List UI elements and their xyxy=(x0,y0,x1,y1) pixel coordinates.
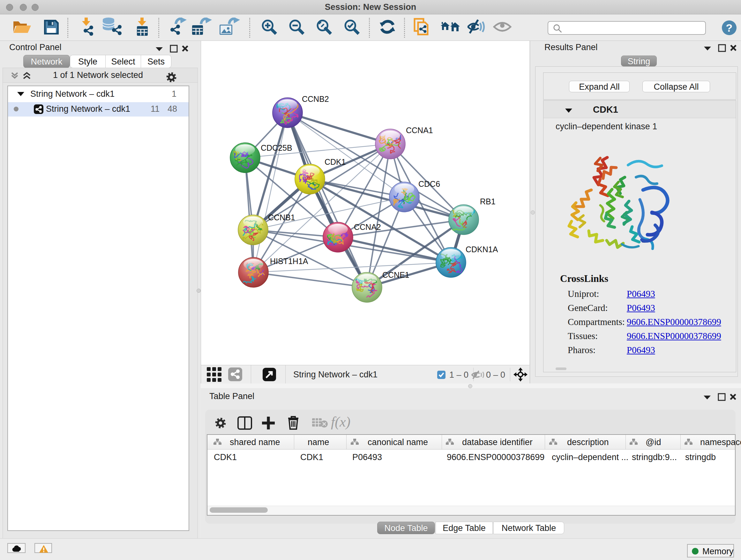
svg-text:RB1: RB1 xyxy=(480,197,495,206)
svg-text:CDC25B: CDC25B xyxy=(261,143,292,152)
svg-text:CCNE1: CCNE1 xyxy=(382,270,409,279)
svg-text:CDC6: CDC6 xyxy=(418,179,440,188)
svg-text:CCNB2: CCNB2 xyxy=(302,95,329,104)
svg-text:CCNA1: CCNA1 xyxy=(406,126,433,135)
svg-text:CDK1: CDK1 xyxy=(325,158,346,166)
svg-text:HIST1H1A: HIST1H1A xyxy=(270,257,308,266)
svg-text:CCNA2: CCNA2 xyxy=(354,223,381,232)
svg-text:CCNB1: CCNB1 xyxy=(268,213,295,222)
svg-text:CDKN1A: CDKN1A xyxy=(466,245,498,254)
